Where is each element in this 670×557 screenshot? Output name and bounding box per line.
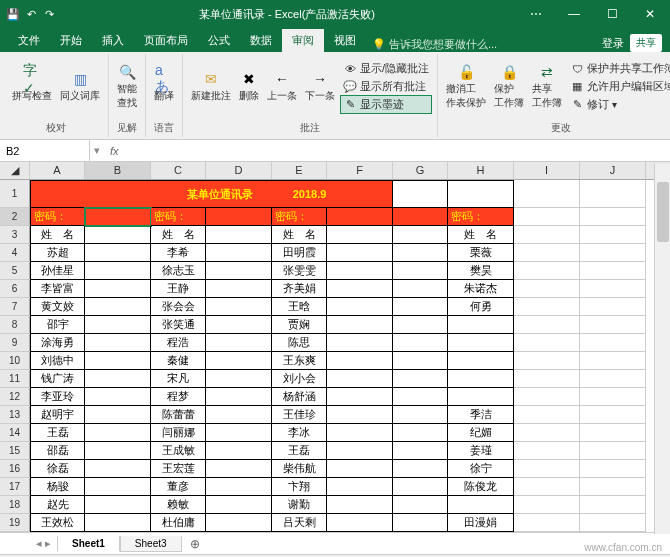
name-header[interactable]: 姓 名 <box>151 226 206 244</box>
cell[interactable] <box>85 406 151 424</box>
cell[interactable] <box>327 262 393 280</box>
cell[interactable] <box>580 424 646 442</box>
cell[interactable] <box>514 244 580 262</box>
cell[interactable] <box>85 370 151 388</box>
row-header[interactable]: 10 <box>0 352 30 370</box>
cell[interactable] <box>393 370 448 388</box>
cell[interactable] <box>580 244 646 262</box>
minimize-button[interactable]: — <box>556 0 592 28</box>
tab-home[interactable]: 开始 <box>50 29 92 52</box>
cell[interactable] <box>327 316 393 334</box>
cell[interactable] <box>393 496 448 514</box>
data-cell[interactable]: 季洁 <box>448 406 514 424</box>
data-cell[interactable]: 邵宇 <box>30 316 85 334</box>
data-cell[interactable]: 王成敏 <box>151 442 206 460</box>
cell[interactable] <box>580 370 646 388</box>
row-header[interactable]: 7 <box>0 298 30 316</box>
cell[interactable] <box>393 460 448 478</box>
cell[interactable] <box>580 180 646 208</box>
data-cell[interactable]: 王东爽 <box>272 352 327 370</box>
data-cell[interactable] <box>448 316 514 334</box>
cell[interactable] <box>206 208 272 226</box>
title-cell[interactable]: 某单位通讯录2018.9 <box>30 180 393 208</box>
cell[interactable] <box>393 180 448 208</box>
data-cell[interactable]: 谢勤 <box>272 496 327 514</box>
data-cell[interactable]: 闫丽娜 <box>151 424 206 442</box>
data-cell[interactable]: 李亚玲 <box>30 388 85 406</box>
cell[interactable] <box>514 352 580 370</box>
data-cell[interactable]: 卞翔 <box>272 478 327 496</box>
data-cell[interactable]: 程浩 <box>151 334 206 352</box>
data-cell[interactable]: 刘小会 <box>272 370 327 388</box>
row-header[interactable]: 12 <box>0 388 30 406</box>
cell[interactable] <box>514 280 580 298</box>
cell[interactable] <box>85 298 151 316</box>
cell[interactable] <box>85 316 151 334</box>
col-header[interactable]: H <box>448 162 514 179</box>
col-header[interactable]: C <box>151 162 206 179</box>
cell[interactable] <box>393 208 448 226</box>
row-header[interactable]: 18 <box>0 496 30 514</box>
data-cell[interactable]: 杨骏 <box>30 478 85 496</box>
name-box[interactable]: B2 <box>0 140 90 161</box>
login-link[interactable]: 登录 <box>602 36 624 51</box>
row-header[interactable]: 13 <box>0 406 30 424</box>
col-header[interactable]: A <box>30 162 85 179</box>
data-cell[interactable]: 陈蕾蕾 <box>151 406 206 424</box>
data-cell[interactable]: 王佳珍 <box>272 406 327 424</box>
cell[interactable] <box>206 262 272 280</box>
cell[interactable] <box>206 460 272 478</box>
tab-layout[interactable]: 页面布局 <box>134 29 198 52</box>
col-header[interactable]: F <box>327 162 393 179</box>
smartlookup-button[interactable]: 🔍智能 查找 <box>115 61 139 112</box>
sheet-nav-icon[interactable]: ◂ ▸ <box>30 537 57 550</box>
data-cell[interactable]: 王磊 <box>272 442 327 460</box>
newcomment-button[interactable]: ✉新建批注 <box>189 68 233 105</box>
col-header[interactable]: B <box>85 162 151 179</box>
data-cell[interactable] <box>448 496 514 514</box>
ribbon-opts-icon[interactable]: ⋯ <box>518 0 554 28</box>
cell[interactable] <box>580 262 646 280</box>
data-cell[interactable]: 李希 <box>151 244 206 262</box>
cell[interactable] <box>206 442 272 460</box>
nextcomment-button[interactable]: →下一条 <box>303 68 337 105</box>
cell[interactable] <box>514 226 580 244</box>
cell[interactable] <box>580 406 646 424</box>
cell[interactable] <box>580 514 646 532</box>
row-header[interactable]: 1 <box>0 180 30 208</box>
protectshare-button[interactable]: 🛡保护并共享工作簿 <box>568 60 670 77</box>
spellcheck-button[interactable]: 字✓拼写检查 <box>10 68 54 105</box>
cell[interactable] <box>580 442 646 460</box>
allowedit-button[interactable]: ▦允许用户编辑区域 <box>568 78 670 95</box>
cell[interactable] <box>514 424 580 442</box>
pwd-label[interactable]: 密码： <box>30 208 85 226</box>
add-sheet-button[interactable]: ⊕ <box>182 535 208 553</box>
cell[interactable] <box>393 388 448 406</box>
data-cell[interactable]: 樊昊 <box>448 262 514 280</box>
cell[interactable] <box>580 280 646 298</box>
cell[interactable] <box>327 496 393 514</box>
data-cell[interactable]: 钱广涛 <box>30 370 85 388</box>
data-cell[interactable]: 董彦 <box>151 478 206 496</box>
cell[interactable] <box>327 424 393 442</box>
thesaurus-button[interactable]: ▥同义词库 <box>58 68 102 105</box>
sheet-tab-1[interactable]: Sheet1 <box>57 536 120 552</box>
showall-button[interactable]: 💬显示所有批注 <box>341 78 431 95</box>
showink-button[interactable]: ✎显示墨迹 <box>341 96 431 113</box>
cell[interactable] <box>514 442 580 460</box>
data-cell[interactable]: 柴伟航 <box>272 460 327 478</box>
save-icon[interactable]: 💾 <box>6 7 20 21</box>
tab-view[interactable]: 视图 <box>324 29 366 52</box>
cell[interactable] <box>393 316 448 334</box>
cell[interactable] <box>85 226 151 244</box>
data-cell[interactable]: 徐磊 <box>30 460 85 478</box>
cell[interactable] <box>327 460 393 478</box>
cell[interactable] <box>514 298 580 316</box>
cell[interactable] <box>206 316 272 334</box>
data-cell[interactable]: 邵磊 <box>30 442 85 460</box>
cell[interactable] <box>580 316 646 334</box>
row-header[interactable]: 8 <box>0 316 30 334</box>
data-cell[interactable]: 黄文姣 <box>30 298 85 316</box>
cell[interactable] <box>393 244 448 262</box>
cell[interactable] <box>514 514 580 532</box>
